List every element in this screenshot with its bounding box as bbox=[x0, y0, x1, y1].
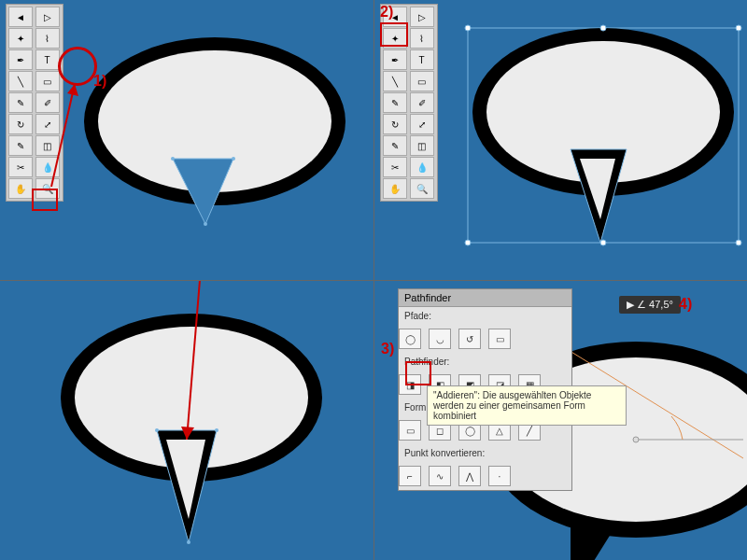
point-none-button[interactable]: · bbox=[488, 466, 511, 486]
lasso-tool-2[interactable]: ⌇ bbox=[410, 28, 434, 49]
paths-label: Pfade: bbox=[399, 307, 571, 325]
point-convert-label: Punkt konvertieren: bbox=[399, 444, 571, 462]
step-3-label: 3) bbox=[381, 341, 394, 357]
svg-line-5 bbox=[51, 84, 75, 187]
scale-tool-2[interactable]: ⤢ bbox=[410, 114, 434, 134]
selection-highlight bbox=[380, 22, 408, 47]
step-1-label: 1) bbox=[93, 73, 106, 90]
scissors-tool-2[interactable]: ✂ bbox=[383, 157, 407, 177]
svg-point-11 bbox=[736, 25, 741, 31]
shape-rect-button[interactable]: ▭ bbox=[399, 420, 421, 441]
step-2-label: 2) bbox=[380, 4, 393, 21]
svg-point-14 bbox=[600, 25, 606, 31]
eyedropper-tool-2[interactable]: ✎ bbox=[383, 135, 407, 156]
point-corner-button[interactable]: ⌐ bbox=[399, 466, 421, 486]
pencil-tool-2[interactable]: ✐ bbox=[410, 92, 434, 113]
svg-point-12 bbox=[465, 240, 471, 245]
path-outline-button[interactable]: ▭ bbox=[488, 329, 511, 349]
path-open-button[interactable]: ◡ bbox=[429, 329, 451, 349]
cursor-icon: ▶ bbox=[627, 299, 634, 310]
brush-tool-2[interactable]: ✎ bbox=[383, 92, 407, 113]
eyedropper2-tool-2[interactable]: 💧 bbox=[410, 157, 434, 177]
svg-point-10 bbox=[465, 25, 471, 31]
rotate-tool-2[interactable]: ↻ bbox=[383, 114, 407, 134]
svg-marker-22 bbox=[181, 427, 194, 440]
line-tool-2[interactable]: ╲ bbox=[383, 71, 407, 91]
path-reverse-button[interactable]: ↺ bbox=[458, 329, 481, 349]
pathfinder-add-tooltip: "Addieren": Die ausgewählten Objekte wer… bbox=[427, 385, 627, 426]
point-smooth-button[interactable]: ∿ bbox=[429, 466, 451, 486]
svg-point-13 bbox=[736, 240, 741, 245]
blend-tool-2[interactable]: ◫ bbox=[410, 135, 434, 156]
step-4-label: 4) bbox=[679, 296, 692, 313]
pathfinder-add-highlight bbox=[405, 361, 431, 385]
path-join-button[interactable]: ◯ bbox=[399, 329, 421, 349]
point-sym-button[interactable]: ⋀ bbox=[458, 466, 481, 486]
svg-point-15 bbox=[600, 240, 606, 245]
pathfinder-title: Pathfinder bbox=[399, 289, 571, 307]
type-tool-2[interactable]: T bbox=[410, 49, 434, 70]
svg-line-21 bbox=[187, 281, 204, 440]
angle-value: ∠ 47,5° bbox=[637, 299, 673, 310]
svg-marker-6 bbox=[67, 84, 78, 96]
direct-select-tool-2[interactable]: ▷ bbox=[410, 7, 434, 27]
svg-point-27 bbox=[633, 437, 639, 442]
hand-tool-2[interactable]: ✋ bbox=[383, 178, 407, 199]
zoom-tool-2[interactable]: 🔍 bbox=[410, 178, 434, 199]
pen-tool-2[interactable]: ✒ bbox=[383, 49, 407, 70]
rectangle-tool-2[interactable]: ▭ bbox=[410, 71, 434, 91]
angle-badge: ▶ ∠ 47,5° bbox=[619, 296, 681, 314]
